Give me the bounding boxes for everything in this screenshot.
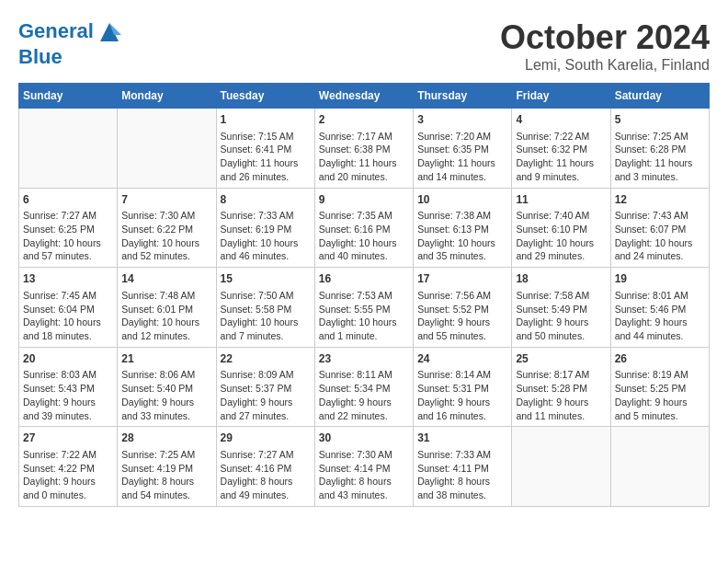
cell-content: Sunset: 5:55 PM (319, 303, 409, 316)
cell-content: Sunrise: 7:43 AM (615, 209, 705, 223)
calendar-cell: 11Sunrise: 7:40 AMSunset: 6:10 PMDayligh… (512, 188, 610, 268)
header-saturday: Saturday (610, 84, 709, 109)
calendar-cell: 21Sunrise: 8:06 AMSunset: 5:40 PMDayligh… (118, 347, 216, 427)
day-number: 10 (417, 192, 507, 208)
title-block: October 2024 Lemi, South Karelia, Finlan… (500, 18, 710, 74)
day-number: 3 (417, 112, 507, 128)
header-thursday: Thursday (414, 84, 512, 109)
cell-content: Daylight: 10 hours and 1 minute. (319, 316, 409, 342)
calendar-cell: 29Sunrise: 7:27 AMSunset: 4:16 PMDayligh… (216, 427, 314, 507)
calendar-cell: 15Sunrise: 7:50 AMSunset: 5:58 PMDayligh… (216, 268, 314, 348)
header-friday: Friday (512, 84, 610, 109)
day-number: 30 (319, 431, 409, 446)
cell-content: Daylight: 10 hours and 12 minutes. (121, 316, 211, 342)
day-number: 28 (121, 431, 211, 446)
header-monday: Monday (118, 84, 216, 109)
cell-content: Sunrise: 7:15 AM (221, 130, 311, 144)
cell-content: Daylight: 9 hours and 16 minutes. (417, 396, 507, 422)
week-row-3: 13Sunrise: 7:45 AMSunset: 6:04 PMDayligh… (19, 268, 710, 348)
day-number: 22 (221, 351, 311, 367)
calendar-table: SundayMondayTuesdayWednesdayThursdayFrid… (18, 83, 710, 507)
cell-content: Sunset: 5:43 PM (23, 382, 113, 396)
cell-content: Sunset: 6:22 PM (121, 223, 211, 236)
day-number: 13 (23, 271, 113, 287)
day-number: 12 (615, 192, 705, 208)
month-title: October 2024 (500, 18, 710, 57)
calendar-cell: 16Sunrise: 7:53 AMSunset: 5:55 PMDayligh… (314, 268, 413, 348)
calendar-cell: 2Sunrise: 7:17 AMSunset: 6:38 PMDaylight… (314, 109, 413, 189)
calendar-cell: 20Sunrise: 8:03 AMSunset: 5:43 PMDayligh… (19, 347, 118, 427)
logo-text: General (18, 18, 123, 46)
calendar-cell: 8Sunrise: 7:33 AMSunset: 6:19 PMDaylight… (216, 188, 314, 268)
cell-content: Daylight: 9 hours and 39 minutes. (23, 396, 113, 422)
logo: General Blue (18, 18, 123, 68)
cell-content: Daylight: 10 hours and 52 minutes. (121, 236, 211, 263)
cell-content: Daylight: 10 hours and 29 minutes. (516, 236, 606, 263)
calendar-cell: 28Sunrise: 7:25 AMSunset: 4:19 PMDayligh… (118, 427, 216, 507)
day-number: 17 (417, 271, 507, 287)
cell-content: Sunset: 5:34 PM (319, 382, 409, 396)
cell-content: Sunset: 6:41 PM (221, 143, 311, 156)
cell-content: Sunset: 5:37 PM (221, 382, 311, 396)
calendar-cell: 5Sunrise: 7:25 AMSunset: 6:28 PMDaylight… (610, 109, 709, 189)
cell-content: Sunrise: 7:53 AM (319, 289, 409, 303)
week-row-1: 1Sunrise: 7:15 AMSunset: 6:41 PMDaylight… (19, 109, 710, 189)
calendar-cell: 27Sunrise: 7:22 AMSunset: 4:22 PMDayligh… (19, 427, 118, 507)
day-number: 8 (221, 192, 311, 208)
day-number: 19 (615, 271, 705, 287)
calendar-cell: 17Sunrise: 7:56 AMSunset: 5:52 PMDayligh… (414, 268, 512, 348)
cell-content: Sunset: 4:16 PM (221, 462, 311, 476)
cell-content: Daylight: 9 hours and 22 minutes. (319, 396, 409, 422)
calendar-cell: 30Sunrise: 7:30 AMSunset: 4:14 PMDayligh… (314, 427, 413, 507)
cell-content: Sunset: 4:22 PM (23, 462, 113, 476)
calendar-cell: 26Sunrise: 8:19 AMSunset: 5:25 PMDayligh… (610, 347, 709, 427)
cell-content: Sunrise: 8:14 AM (417, 368, 507, 382)
cell-content: Daylight: 9 hours and 5 minutes. (615, 396, 705, 422)
cell-content: Sunrise: 7:30 AM (121, 209, 211, 223)
calendar-cell (118, 109, 216, 189)
cell-content: Sunset: 4:19 PM (121, 462, 211, 476)
day-number: 14 (121, 271, 211, 287)
calendar-cell: 31Sunrise: 7:33 AMSunset: 4:11 PMDayligh… (414, 427, 512, 507)
calendar-cell (610, 427, 709, 507)
cell-content: Sunrise: 7:20 AM (417, 130, 507, 144)
cell-content: Sunset: 5:49 PM (516, 303, 606, 316)
cell-content: Daylight: 10 hours and 18 minutes. (23, 316, 113, 342)
cell-content: Sunrise: 8:06 AM (121, 368, 211, 382)
cell-content: Sunrise: 7:25 AM (121, 448, 211, 462)
calendar-cell: 6Sunrise: 7:27 AMSunset: 6:25 PMDaylight… (19, 188, 118, 268)
cell-content: Sunset: 6:19 PM (221, 223, 311, 236)
cell-content: Sunrise: 7:48 AM (121, 289, 211, 303)
calendar-cell: 18Sunrise: 7:58 AMSunset: 5:49 PMDayligh… (512, 268, 610, 348)
cell-content: Sunset: 6:35 PM (417, 143, 507, 156)
day-number: 18 (516, 271, 606, 287)
calendar-cell: 19Sunrise: 8:01 AMSunset: 5:46 PMDayligh… (610, 268, 709, 348)
day-number: 5 (615, 112, 705, 128)
cell-content: Sunset: 6:07 PM (615, 223, 705, 236)
day-number: 29 (221, 431, 311, 446)
day-number: 27 (23, 431, 113, 446)
day-number: 9 (319, 192, 409, 208)
cell-content: Sunset: 5:40 PM (121, 382, 211, 396)
cell-content: Sunrise: 7:22 AM (23, 448, 113, 462)
calendar-cell: 22Sunrise: 8:09 AMSunset: 5:37 PMDayligh… (216, 347, 314, 427)
calendar-cell: 23Sunrise: 8:11 AMSunset: 5:34 PMDayligh… (314, 347, 413, 427)
logo-blue: Blue (18, 46, 123, 68)
day-number: 26 (615, 351, 705, 367)
day-number: 4 (516, 112, 606, 128)
cell-content: Daylight: 10 hours and 24 minutes. (615, 236, 705, 263)
day-number: 16 (319, 271, 409, 287)
cell-content: Daylight: 10 hours and 40 minutes. (319, 236, 409, 263)
calendar-cell: 25Sunrise: 8:17 AMSunset: 5:28 PMDayligh… (512, 347, 610, 427)
day-number: 6 (23, 192, 113, 208)
week-row-2: 6Sunrise: 7:27 AMSunset: 6:25 PMDaylight… (19, 188, 710, 268)
day-number: 31 (417, 431, 507, 446)
cell-content: Sunset: 6:32 PM (516, 143, 606, 156)
cell-content: Sunset: 6:13 PM (417, 223, 507, 236)
cell-content: Sunrise: 8:03 AM (23, 368, 113, 382)
cell-content: Sunset: 6:28 PM (615, 143, 705, 156)
cell-content: Daylight: 10 hours and 35 minutes. (417, 236, 507, 263)
cell-content: Sunset: 6:04 PM (23, 303, 113, 316)
cell-content: Sunrise: 8:17 AM (516, 368, 606, 382)
week-row-4: 20Sunrise: 8:03 AMSunset: 5:43 PMDayligh… (19, 347, 710, 427)
